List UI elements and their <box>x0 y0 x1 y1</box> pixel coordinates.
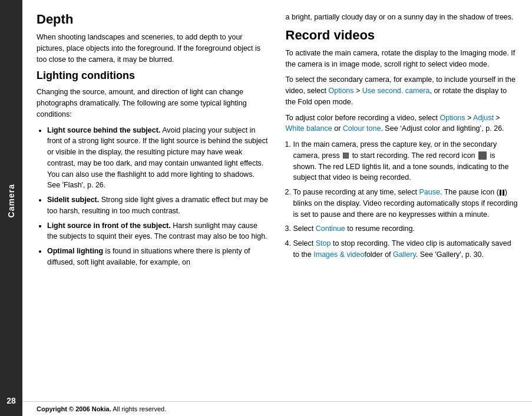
list-item: Optimal lighting is found in situations … <box>47 246 269 268</box>
step4-folder: folder of <box>364 250 393 259</box>
stop-link[interactable]: Stop <box>316 239 331 247</box>
continue-link[interactable]: Continue <box>316 224 345 233</box>
continued-text: a bright, partially cloudy day or on a s… <box>286 12 518 23</box>
left-column: Depth When shooting landscapes and scene… <box>37 12 269 395</box>
lighting-intro: Changing the source, amount, and directi… <box>37 87 269 120</box>
para3-prefix: To adjust color before recording a video… <box>286 114 440 122</box>
para2-sep1: > <box>354 87 362 95</box>
record-red-icon <box>478 151 487 160</box>
record-title: Record videos <box>286 28 518 43</box>
depth-title: Depth <box>37 12 269 27</box>
sidebar: Camera 28 <box>0 0 22 416</box>
right-column: a bright, partially cloudy day or on a s… <box>286 12 518 395</box>
bullet-bold-1: Light source behind the subject. <box>47 126 160 134</box>
bullet-bold-2: Sidelit subject. <box>47 196 99 204</box>
record-para1: To activate the main camera, rotate the … <box>286 48 518 70</box>
record-button-icon <box>343 153 349 159</box>
para3-ct-link[interactable]: Colour tone <box>343 124 381 133</box>
para3-suffix: . See ‘Adjust color and lighting’, p. 26… <box>381 124 504 133</box>
lighting-list: Light source behind the subject. Avoid p… <box>47 125 269 272</box>
lighting-title: Lighting conditions <box>37 70 269 82</box>
bullet-bold-3: Light source in front of the subject. <box>47 222 171 230</box>
copyright: Copyright © 2006 Nokia. All rights reser… <box>37 405 166 412</box>
para3-adjust-link[interactable]: Adjust <box>473 114 494 122</box>
footer: Copyright © 2006 Nokia. All rights reser… <box>22 401 532 416</box>
step1-middle: to start recording. The red record icon <box>350 151 477 160</box>
list-item: Light source behind the subject. Avoid p… <box>47 125 269 192</box>
record-para3: To adjust color before recording a video… <box>286 113 518 135</box>
images-video-link[interactable]: Images & video <box>313 250 364 259</box>
pause-link[interactable]: Pause <box>419 188 440 196</box>
content-body: Depth When shooting landscapes and scene… <box>22 0 532 401</box>
depth-body: When shooting landscapes and sceneries, … <box>37 32 269 65</box>
para3-wb-link[interactable]: White balance <box>286 124 332 133</box>
step2-middle: . The pause icon ( <box>440 188 499 196</box>
step4-prefix: Select <box>293 239 316 247</box>
step3-prefix: Select <box>293 224 316 233</box>
main-content: Depth When shooting landscapes and scene… <box>22 0 532 416</box>
para3-sep1: > <box>465 114 474 122</box>
step4-end: . See 'Gallery', p. 30. <box>416 250 484 259</box>
para3-or: or <box>332 124 343 133</box>
step3-suffix: to resume recording. <box>345 224 415 233</box>
gallery-link[interactable]: Gallery <box>393 250 416 259</box>
para3-sep2: > <box>494 114 500 122</box>
step2-prefix: To pause recording at any time, select <box>293 188 419 196</box>
para2-use-second-link[interactable]: Use second. camera <box>362 87 430 95</box>
bullet-bold-4: Optimal lighting <box>47 247 103 255</box>
rights-text: All rights reserved. <box>111 405 167 412</box>
pause-icon <box>500 190 504 196</box>
step-4: Select Stop to stop recording. The video… <box>293 238 518 260</box>
step-1: In the main camera, press the capture ke… <box>293 139 518 183</box>
para3-options-link[interactable]: Options <box>440 114 465 122</box>
step-3: Select Continue to resume recording. <box>293 223 518 235</box>
record-para2: To select the secondary camera, for exam… <box>286 74 518 107</box>
copyright-bold: Copyright © 2006 Nokia. <box>37 405 111 412</box>
sidebar-label: Camera <box>6 184 16 217</box>
steps-list: In the main camera, press the capture ke… <box>296 139 518 264</box>
page-number: 28 <box>6 396 16 405</box>
list-item: Sidelit subject. Strong side light gives… <box>47 194 269 217</box>
list-item: Light source in front of the subject. Ha… <box>47 220 269 243</box>
step-2: To pause recording at any time, select P… <box>293 187 518 220</box>
para2-options-link[interactable]: Options <box>328 87 353 95</box>
